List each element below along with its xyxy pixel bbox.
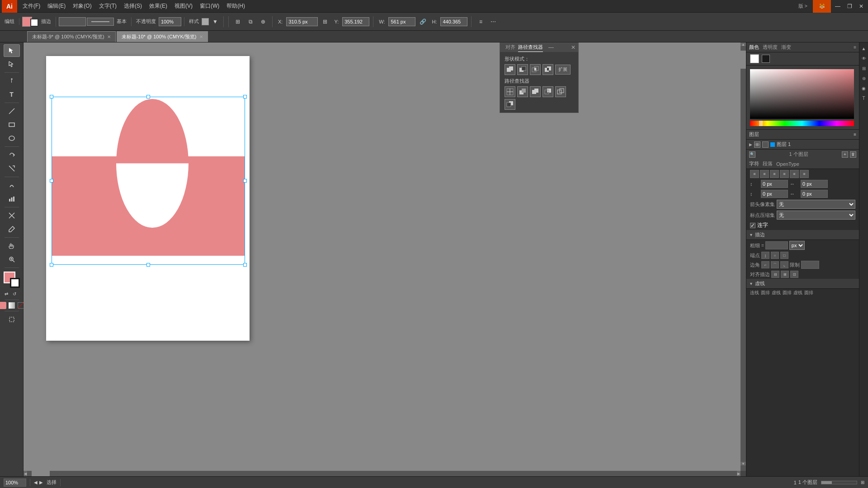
scroll-thumb[interactable] [741,51,746,69]
hue-thumb[interactable] [759,121,763,126]
add-layer-btn[interactable]: + [842,151,848,158]
close-button[interactable]: ✕ [856,1,866,11]
stroke-section-header[interactable]: ▼ 描边 [746,230,859,240]
pf-outline-btn[interactable] [555,86,566,97]
spacing-input-3[interactable] [761,190,788,198]
line-tool-btn[interactable] [4,105,20,117]
opacity-input[interactable] [159,17,181,26]
canvas-area[interactable]: ▲ ▼ ◀ ▶ [24,42,746,476]
v-scrollbar[interactable]: ▲ ▼ [741,42,746,471]
warp-tool-btn[interactable] [4,179,20,192]
pf-minus-back-btn[interactable] [505,99,515,110]
stroke-weight-unit[interactable]: px [789,241,805,250]
pathfinder-btn[interactable]: ⊕ [258,16,269,27]
handle-tr[interactable] [243,95,247,99]
eyedropper-tool-btn[interactable] [4,223,20,235]
scroll-up-btn[interactable]: ▲ [741,42,746,46]
ri-link-btn[interactable]: ⊛ [860,74,868,82]
layers-tab-transparency[interactable]: 透明度 [763,44,778,51]
cap-round-btn[interactable]: ○ [771,252,779,259]
stroke-width-input[interactable] [59,17,86,26]
pf-trim-btn[interactable] [517,86,528,97]
corner-miter-btn[interactable]: ⌐ [761,261,769,268]
tab-2-close[interactable]: ✕ [199,34,203,39]
menu-view[interactable]: 视图(V) [171,0,196,13]
scroll-left-btn[interactable]: ◀ [24,471,27,476]
anchor-select[interactable]: 无 [777,211,855,220]
align-justify-force-btn[interactable]: ≡ [800,170,809,178]
ri-eye-btn[interactable]: 👁 [860,54,868,62]
style-swatch[interactable] [202,18,209,25]
pf-exclude-btn[interactable] [542,64,553,75]
pen-tool-btn[interactable] [4,75,20,87]
miter-limit-input[interactable] [801,261,819,269]
ri-color-btn[interactable]: ◉ [860,84,868,92]
menu-select[interactable]: 选择(S) [120,0,146,13]
tab-1[interactable]: 未标题-9* @ 100% (CMYK/预览) ✕ [27,31,116,42]
pf-merge-btn[interactable] [530,86,541,97]
pf-divide-btn[interactable] [505,86,515,97]
align-left-btn[interactable]: ≡ [750,170,759,178]
w-input[interactable] [388,17,415,26]
tab-2[interactable]: 未标题-10* @ 100% (CMYK/预览) ✕ [117,31,208,42]
menu-file[interactable]: 文件(F) [19,0,44,13]
arrange-btn[interactable]: ⧉ [245,16,256,27]
color-panel-options[interactable]: ≡ [854,45,856,50]
ellipse-tool-btn[interactable] [4,132,20,145]
expand-btn[interactable]: 扩展 [555,65,571,75]
pf-intersect-btn[interactable] [530,64,541,75]
h-scroll-thumb[interactable] [32,471,50,476]
handle-ml[interactable] [50,179,53,183]
opentype-tab[interactable]: OpenType [776,161,799,167]
h-scrollbar[interactable]: ◀ ▶ [24,471,741,476]
pf-unite-btn[interactable] [505,64,515,75]
layer-lock-btn[interactable] [762,141,769,148]
menu-window[interactable]: 窗口(W) [196,0,223,13]
swap-fill-stroke-btn[interactable]: ⇄ [5,291,11,298]
link-xy-btn[interactable]: ⊞ [320,16,330,27]
more-options-btn[interactable]: ⋯ [488,16,499,27]
align-to-artboard-btn[interactable]: ⊞ [232,16,243,27]
reset-colors-btn[interactable]: ↺ [13,291,19,298]
layers-tab-color[interactable]: 颜色 [749,44,759,51]
layer-name-text[interactable]: 图层 1 [777,141,856,148]
spacing-input-4[interactable] [801,190,828,198]
prev-artboard-btn[interactable]: ◀ [34,480,38,485]
rect-tool-btn[interactable] [4,118,20,131]
align-right-btn[interactable]: ≡ [770,170,779,178]
menu-edit[interactable]: 编辑(E) [44,0,69,13]
arrowhead-select[interactable]: 无 [777,200,855,209]
layer-expand-arrow[interactable]: ▶ [749,142,752,147]
cap-square-btn[interactable]: □ [780,252,788,259]
h-input[interactable] [440,17,467,26]
draw-inside-btn[interactable] [4,313,20,326]
layers-tab-gradient[interactable]: 渐变 [781,44,791,51]
restore-button[interactable]: ❐ [844,1,854,11]
ligature-checkbox[interactable]: ✓ [750,223,755,228]
ri-type-btn[interactable]: T [860,94,868,102]
scroll-right-btn[interactable]: ▶ [737,471,741,476]
char-tab[interactable]: 字符 [749,160,759,167]
color-spectrum[interactable] [750,69,854,119]
dash-section-header[interactable]: ▼ 虚线 [746,279,859,289]
next-artboard-btn[interactable]: ▶ [39,480,43,485]
corner-round-btn[interactable]: ⌒ [771,261,779,268]
minimize-button[interactable]: — [833,1,843,11]
align-center-btn[interactable]: ≡ [760,170,769,178]
pathfinder-tab[interactable]: 路径查找器 [518,43,543,52]
pf-crop-btn[interactable] [542,86,553,97]
hue-slider[interactable] [750,121,854,126]
graph-tool-btn[interactable] [4,192,20,205]
align-tab[interactable]: 对齐 [505,43,515,52]
align-justify-all-btn[interactable]: ≡ [790,170,799,178]
handle-tm[interactable] [146,95,150,99]
menu-effect[interactable]: 效果(E) [146,0,171,13]
zoom-fit-btn[interactable]: ⊞ [861,480,864,485]
stroke-inside-btn[interactable]: ⊞ [781,271,789,278]
cap-butt-btn[interactable]: | [761,252,769,259]
link-wh-btn[interactable]: 🔗 [417,16,428,27]
para-tab[interactable]: 段落 [763,160,773,167]
stroke-swatch-large[interactable] [10,278,20,288]
white-fill-box[interactable] [750,54,759,63]
zoom-tool-btn[interactable] [4,253,20,266]
